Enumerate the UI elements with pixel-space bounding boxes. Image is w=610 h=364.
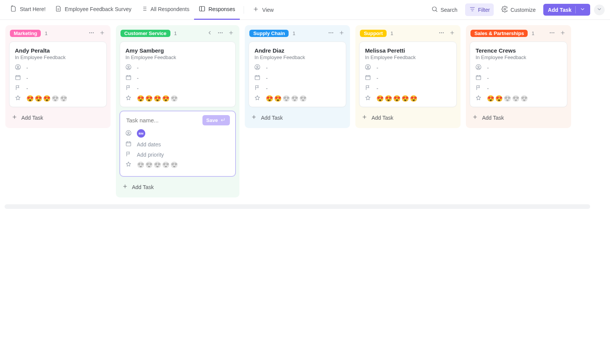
new-card-rating[interactable]: 😍😍😍😍😍 — [125, 161, 230, 168]
add-task[interactable]: Add Task — [249, 111, 346, 124]
save-button[interactable]: Save — [202, 115, 230, 125]
card-title[interactable]: Amy Samberg — [125, 47, 230, 54]
column-header: Support 1 — [359, 29, 457, 42]
tab-start-here[interactable]: Start Here! — [5, 0, 50, 20]
column-title[interactable]: Supply Chain — [249, 30, 289, 37]
date-value[interactable]: - — [137, 75, 139, 81]
card-title[interactable]: Terence Crews — [475, 47, 562, 54]
priority-value[interactable]: - — [487, 85, 489, 91]
svg-point-12 — [126, 64, 131, 69]
priority-value[interactable]: - — [266, 85, 268, 91]
tab-employee-feedback[interactable]: Employee Feedback Survey — [50, 0, 136, 20]
svg-rect-0 — [199, 6, 205, 11]
new-card-dates[interactable]: Add dates — [125, 141, 230, 148]
rating-emoji: 😍 — [43, 95, 51, 102]
star-icon — [125, 95, 132, 102]
column-add-icon[interactable] — [338, 29, 345, 38]
svg-point-9 — [218, 32, 219, 33]
task-card[interactable]: Andy Peralta In Employee Feedback - - - … — [9, 42, 107, 107]
column-more-icon[interactable] — [548, 29, 556, 38]
rating-emoji: 😍 — [51, 95, 59, 102]
column-more-icon[interactable] — [438, 29, 445, 38]
rating[interactable]: 😍😍😍😍😍 — [376, 95, 417, 102]
filter-label: Filter — [478, 7, 490, 13]
card-title[interactable]: Andy Peralta — [15, 47, 101, 54]
chevron-down-icon[interactable] — [575, 6, 586, 13]
svg-point-25 — [441, 32, 442, 33]
rating[interactable]: 😍😍😍😍😍 — [137, 95, 178, 102]
column-add-icon[interactable] — [448, 29, 456, 38]
add-task[interactable]: Add Task — [9, 111, 107, 124]
assignee-value[interactable]: - — [26, 65, 28, 71]
assignee-avatar[interactable]: BM — [137, 129, 145, 138]
card-subtitle: In Employee Feedback — [254, 55, 340, 60]
tab-label: Responses — [209, 6, 235, 12]
rating[interactable]: 😍😍😍😍😍 — [487, 95, 528, 102]
add-task[interactable]: Add Task — [359, 111, 457, 124]
priority-value[interactable]: - — [137, 85, 139, 91]
column-title[interactable]: Customer Service — [120, 30, 170, 37]
task-name-input[interactable] — [125, 117, 199, 124]
rating[interactable]: 😍😍😍😍😍 — [266, 95, 307, 102]
plus-icon — [472, 114, 478, 121]
filter-button[interactable]: Filter — [465, 3, 494, 16]
tab-responses[interactable]: Responses — [194, 0, 240, 20]
new-card-assignee[interactable]: BM — [125, 129, 230, 138]
search-button[interactable]: Search — [427, 3, 461, 16]
svg-point-5 — [93, 32, 94, 33]
date-value[interactable]: - — [26, 75, 28, 81]
new-task-card[interactable]: Save BM Add dates Add priority 😍😍😍😍😍 — [120, 111, 236, 176]
svg-point-10 — [220, 32, 221, 33]
assignee-value[interactable]: - — [137, 65, 139, 71]
date-value[interactable]: - — [487, 75, 489, 81]
assignee-value[interactable]: - — [487, 65, 489, 71]
svg-point-11 — [222, 32, 223, 33]
customize-button[interactable]: Customize — [498, 3, 539, 16]
add-task[interactable]: Add Task — [120, 180, 236, 194]
card-title[interactable]: Melissa Peretti — [365, 47, 451, 54]
task-card[interactable]: Terence Crews In Employee Feedback - - -… — [470, 42, 567, 107]
rating-emoji: 😍 — [162, 95, 170, 102]
rating-emoji: 😍 — [487, 95, 494, 102]
add-task-button-primary[interactable]: Add Task — [543, 4, 590, 16]
card-title[interactable]: Andre Diaz — [254, 47, 340, 54]
rating[interactable]: 😍😍😍😍😍 — [26, 95, 67, 102]
column-add-icon[interactable] — [227, 29, 235, 38]
add-task-label: Add Task — [371, 115, 393, 121]
task-card[interactable]: Melissa Peretti In Employee Feedback - -… — [359, 42, 457, 107]
task-card[interactable]: Andre Diaz In Employee Feedback - - - 😍😍… — [249, 42, 346, 107]
overflow-circle-button[interactable] — [594, 5, 605, 15]
rating-emoji: 😍 — [26, 95, 34, 102]
task-card[interactable]: Amy Samberg In Employee Feedback - - - 😍… — [120, 42, 236, 107]
column-title[interactable]: Marketing — [10, 30, 41, 37]
collapse-column-icon[interactable] — [206, 29, 214, 38]
priority-value[interactable]: - — [26, 85, 28, 91]
list-icon — [141, 5, 148, 13]
column-add-icon[interactable] — [559, 29, 567, 38]
add-view-button[interactable]: View — [248, 6, 278, 14]
rating-empty[interactable]: 😍😍😍😍😍 — [137, 161, 178, 168]
calendar-icon — [15, 74, 22, 82]
rating-emoji: 😍 — [170, 95, 178, 102]
column-more-icon[interactable] — [88, 29, 95, 38]
tab-all-respondents[interactable]: All Respondents — [136, 0, 194, 20]
doc-pin-icon — [10, 5, 17, 13]
column-title[interactable]: Sales & Partnerships — [470, 30, 528, 37]
column-more-icon[interactable] — [217, 29, 224, 38]
svg-rect-23 — [255, 75, 260, 80]
date-value[interactable]: - — [266, 75, 268, 81]
column-title[interactable]: Support — [360, 30, 387, 37]
new-card-priority[interactable]: Add priority — [125, 151, 230, 158]
column-add-icon[interactable] — [98, 29, 106, 38]
assignee-value[interactable]: - — [266, 65, 268, 71]
column-more-icon[interactable] — [327, 29, 335, 38]
add-task[interactable]: Add Task — [470, 111, 567, 124]
calendar-icon — [365, 74, 372, 82]
assignee-value[interactable]: - — [376, 65, 378, 71]
enter-icon — [220, 117, 226, 124]
date-value[interactable]: - — [376, 75, 378, 81]
priority-value[interactable]: - — [376, 85, 378, 91]
add-view-label: View — [262, 7, 274, 13]
horizontal-scrollbar[interactable] — [5, 204, 590, 209]
dates-label: Add dates — [137, 141, 161, 148]
